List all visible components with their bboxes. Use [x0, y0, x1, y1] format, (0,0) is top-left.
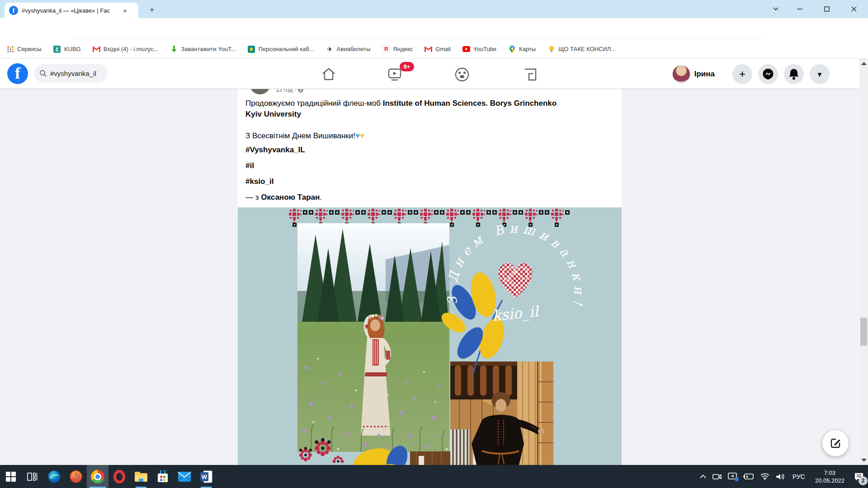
scroll-down-icon[interactable]	[861, 459, 867, 462]
mail-taskbar-button[interactable]	[174, 465, 195, 488]
gaming-tab-icon[interactable]	[523, 67, 538, 81]
mail-icon	[178, 471, 191, 482]
post-text-line1: Продовжуємо традиційний флеш-моб Institu…	[245, 98, 557, 120]
facebook-header: f #vyshyvanka_il 9+ Ірина +	[0, 59, 859, 89]
window-maximize-button[interactable]	[816, 0, 837, 18]
microsoft-store-icon	[157, 470, 169, 483]
scrollbar-thumb[interactable]	[860, 318, 867, 346]
screen: f #vyshyvanka_il — «Цікаве» | Fac × + ← …	[0, 0, 868, 488]
window-close-button[interactable]	[844, 0, 864, 18]
youtube-icon	[462, 45, 470, 53]
system-tray: РУС 7:03 20.05.2022 2	[697, 465, 868, 488]
bookmark-item[interactable]: KUBG	[53, 45, 81, 53]
profile-chip[interactable]: Ірина	[672, 65, 715, 83]
post-card: 12 год · Продовжуємо традиційний флеш-мо…	[238, 89, 622, 465]
tab-search-chevron-icon[interactable]	[765, 0, 786, 18]
word-taskbar-button[interactable]: W	[195, 465, 217, 488]
wifi-icon[interactable]	[760, 473, 769, 480]
post-greeting: З Всесвітнім Днем Вишиванки!♥♥	[245, 131, 364, 141]
firefox-icon	[69, 470, 83, 483]
hashtag-link[interactable]: #il	[245, 160, 254, 171]
bookmark-item[interactable]: Сервисы	[6, 45, 42, 53]
browser-toolbar: ← → ↻ facebook.com/hashtag/vyshyvanka_il…	[0, 18, 868, 40]
scroll-up-icon[interactable]	[861, 62, 867, 65]
blue-heart-icon: ♥	[355, 131, 360, 140]
start-button[interactable]	[0, 465, 22, 488]
meet-now-icon[interactable]	[712, 473, 722, 480]
embroidered-heart	[498, 263, 532, 298]
post-image[interactable]: З Днем Вишиванки! ksio_il	[238, 207, 622, 465]
edge-icon	[47, 470, 61, 483]
battery-icon[interactable]	[743, 474, 754, 479]
task-view-button[interactable]	[22, 465, 43, 488]
browser-tab[interactable]: f #vyshyvanka_il — «Цікаве» | Fac ×	[5, 3, 138, 18]
bookmark-item[interactable]: ✈ Авиабилеты	[326, 45, 370, 53]
action-center-badge: 2	[859, 476, 868, 485]
notifications-button[interactable]	[784, 64, 804, 84]
hashtag-link[interactable]: #ksio_il	[245, 176, 274, 187]
create-button[interactable]: +	[732, 64, 752, 84]
tab-close-icon[interactable]: ×	[123, 7, 127, 14]
new-tab-button[interactable]: +	[146, 4, 158, 17]
clock[interactable]: 7:03 20.05.2022	[815, 469, 844, 484]
task-view-icon	[27, 472, 38, 482]
bookmark-item[interactable]: Gmail	[425, 45, 451, 53]
post-author-avatar[interactable]	[250, 89, 270, 94]
watch-badge: 9+	[400, 62, 414, 71]
graphic-decorations: З Днем Вишиванки! ksio_il	[238, 207, 622, 465]
facebook-logo[interactable]: f	[7, 63, 28, 84]
tray-time: 7:03	[815, 469, 844, 477]
cabinet-icon	[248, 45, 255, 53]
browser-tab-bar: f #vyshyvanka_il — «Цікаве» | Fac × +	[0, 0, 868, 18]
chrome-taskbar-button[interactable]	[87, 465, 108, 488]
windows-logo-icon	[6, 472, 16, 482]
post-timestamp[interactable]: 12 год ·	[276, 89, 303, 93]
bookmark-item[interactable]: Персональний каб...	[248, 45, 314, 53]
messenger-button[interactable]	[758, 64, 778, 84]
home-tab-icon[interactable]	[321, 67, 336, 81]
facebook-search-input[interactable]: #vyshyvanka_il	[34, 64, 108, 83]
bookmark-item[interactable]: Я Яндекс	[382, 45, 413, 53]
maps-pin-icon	[508, 45, 516, 53]
tagged-person-link[interactable]: Оксаною Таран	[261, 193, 320, 202]
airplane-icon: ✈	[326, 45, 334, 53]
page-scrollbar[interactable]	[859, 59, 868, 465]
volume-icon[interactable]	[776, 473, 785, 480]
apps-grid-icon	[6, 45, 14, 53]
gmail-icon	[93, 45, 100, 53]
tray-expand-chevron-icon[interactable]	[700, 474, 706, 479]
firefox-taskbar-button[interactable]	[65, 465, 87, 488]
display-notification-icon[interactable]	[728, 473, 737, 480]
store-taskbar-button[interactable]	[152, 465, 174, 488]
lightbulb-icon	[547, 45, 555, 53]
notification-dot	[735, 477, 739, 481]
compose-post-button[interactable]	[822, 430, 849, 456]
action-center-button[interactable]: 2	[850, 465, 868, 488]
hashtag-link[interactable]: #Vyshyvanka_IL	[245, 145, 305, 155]
download-arrow-icon	[170, 45, 178, 53]
file-explorer-icon	[134, 471, 148, 483]
search-value: #vyshyvanka_il	[50, 70, 96, 77]
window-minimize-button[interactable]	[789, 0, 810, 18]
language-indicator[interactable]: РУС	[793, 473, 805, 480]
search-icon	[40, 70, 47, 77]
edge-taskbar-button[interactable]	[43, 465, 65, 488]
opera-taskbar-button[interactable]	[108, 465, 130, 488]
bookmark-item[interactable]: Карты	[508, 45, 536, 53]
yellow-heart-icon: ♥	[360, 131, 364, 140]
explorer-taskbar-button[interactable]	[130, 465, 152, 488]
bookmark-item[interactable]: Завантажити YouT...	[170, 45, 236, 53]
compose-icon	[830, 437, 841, 449]
bell-icon	[788, 68, 799, 80]
gmail-icon	[425, 45, 432, 53]
tray-date: 20.05.2022	[815, 477, 844, 484]
windows-taskbar: W РУС 7:03	[0, 465, 868, 488]
bookmark-item[interactable]: Вхідні (4) - i.muzyc...	[93, 45, 159, 53]
account-menu-button[interactable]: ▼	[810, 64, 830, 84]
profile-name: Ірина	[694, 70, 715, 79]
bookmark-item[interactable]: YouTube	[462, 45, 496, 53]
bookmark-item[interactable]: ЩО ТАКЕ КОНСИЛ...	[547, 45, 616, 53]
groups-tab-icon[interactable]	[454, 67, 470, 81]
bottom-flowers-motif	[299, 438, 344, 463]
photo-partial-bottom	[410, 451, 450, 465]
